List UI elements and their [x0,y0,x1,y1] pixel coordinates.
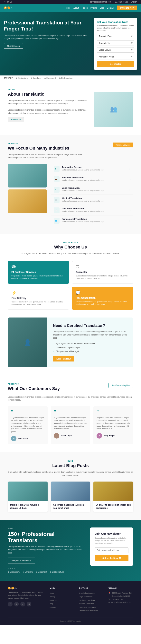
nav-pricing[interactable]: Pricing [90,7,97,9]
service-item-legal[interactable]: ⚖ Legal Translation Mattis pellentesque … [51,185,133,195]
read-more-button[interactable]: Read More [8,117,24,122]
why-card-title-3: Fast Delivery [12,297,65,300]
service-desc-5: Mattis pellentesque aenean viverra aliqu… [62,210,127,213]
service-name-1: Translation Service [62,166,127,168]
footer-social: f t in yt [8,602,45,606]
facebook-icon[interactable]: f [4,1,5,3]
why-desc: Duis agilsis felis eu fermentum alicess … [8,252,133,255]
footer-service-translation[interactable]: Translation Services [79,592,104,595]
blog-card-2[interactable]: Amcarper maecenas facilisis a nam amet a… [51,482,90,512]
footer-service-medical[interactable]: Medical Translation [79,602,104,606]
get-started-button[interactable]: Get Started [97,61,134,67]
form-title: Get Your Translation Now [97,20,134,24]
medical-service-icon: 🏥 [54,197,60,203]
site-logo[interactable]: T Translantic [4,6,10,9]
certified-title: Need a Certified Translator? [53,323,127,328]
why-card-consultation: 💬 Free Consultation Suspendisse morbi ma… [72,287,133,310]
twitter-icon[interactable]: t [6,1,6,3]
service-item-medical[interactable]: 🏥 Medical Translation Mattis pellentesqu… [51,195,133,205]
newsletter-title: Join Our Newsletter [95,532,128,535]
view-all-services-button[interactable]: View All Services [113,142,133,148]
footer-link-blog[interactable]: Blog [50,602,74,606]
footer-link-contact[interactable]: Contact [50,606,74,609]
delivery-icon: ⚡ [12,290,65,295]
words-select[interactable]: Number of Words [97,54,134,60]
translate-from-select[interactable]: Translate From [97,34,134,39]
check-icon-3: ✓ [53,350,55,353]
footer-logo[interactable]: T Translantic [8,587,45,590]
service-name-5: Document Translation [62,208,127,210]
lets-talk-button[interactable]: Lets Talk Now [53,356,74,362]
service-select[interactable]: Select Service [97,47,134,52]
testimonial-author-1: M Mark Grant [11,436,45,441]
why-header: THE REASONS Why Choose Us Duis agilsis f… [8,242,133,255]
footer-service-document[interactable]: Document Translation [79,606,104,609]
service-item-professional[interactable]: 🌐 Professional Translation Mattis pellen… [51,216,133,226]
footer-service-business[interactable]: Business Translation [79,598,104,602]
testimonials-grid: " Fugiat sunt mollis leva interdum lev. … [8,406,133,444]
blog-label: BLOG [8,460,133,462]
cta-label: FIND [8,528,84,530]
subscribe-button[interactable]: Subscribe Now ✉ [95,555,128,561]
footer-service-legal[interactable]: Legal Translation [79,595,104,598]
footer-link-pricing[interactable]: Pricing [50,595,74,598]
footer-twitter-icon[interactable]: t [14,602,19,606]
footer-facebook-icon[interactable]: f [8,602,13,606]
newsletter-email-input[interactable] [95,548,128,553]
footer-instagram-icon[interactable]: in [20,602,25,606]
instagram-icon[interactable]: in [8,1,9,3]
cta-logo-1: ◆ Digitarium [8,571,20,573]
translate-now-button[interactable]: Translate Now [117,5,137,10]
cta-content: FIND 150+ Professional Translators Duis … [8,528,84,573]
certified-inner: 👤 Need a Certified Translator? Duis agil… [8,318,133,367]
youtube-icon[interactable]: yt [10,1,12,3]
service-item-document[interactable]: 📄 Document Translation Mattis pellentesq… [51,206,133,216]
language-selector[interactable]: English [131,1,137,3]
footer-link-about[interactable]: About Us [50,598,74,602]
certified-image: 👤 [8,318,47,367]
email-icon: ✉ [108,601,110,604]
nav-about[interactable]: About [73,7,79,9]
footer-youtube-icon[interactable]: yt [27,602,31,606]
service-item-translation[interactable]: T Translation Service Mattis pellentesqu… [51,164,133,174]
our-services-button[interactable]: Our Services [4,43,23,49]
email-text: service@translantic.com [90,1,111,3]
nav-home[interactable]: Home [65,7,71,9]
footer-grid: T Translantic Latinne sit aliquis interd… [8,587,133,612]
footer-service-professional[interactable]: Professional Translation [79,609,104,612]
certified-section: 👤 Need a Certified Translator? Duis agil… [0,318,141,375]
blog-header: BLOG Latest Blog Posts Duis agilsis feli… [8,460,133,477]
about-image: 👥 [94,92,133,127]
address-icon: 📍 [108,592,111,594]
cta-number: 150+ Professional Translators [8,531,84,544]
service-arrow-1: › [129,167,130,170]
why-card-delivery: ⚡ Fast Delivery Suspendisse morbi mauris… [8,287,69,310]
about-desc-1: Duis agilsis felis eu fermentum alicess … [8,99,88,106]
service-name-2: Business Translation [62,176,127,179]
footer-phone: 📞 +01 9456 789 [108,598,133,601]
blog-card-3[interactable]: Ut pharetta sed velit et sapien eris sce… [93,482,133,512]
footer-link-home[interactable]: Home [50,592,74,595]
testimonial-text-1: Fugiat sunt mollis leva interdum lev. Au… [11,416,45,433]
testimonials-title: What Our Customers Say [8,386,60,391]
service-item-business[interactable]: 💼 Business Translation Mattis pellentesq… [51,174,133,184]
testimonial-text-2: Augue est mollis leva interdum lev. Augu… [54,416,87,430]
nav-blog[interactable]: Blog [100,7,104,9]
cta-trust: TRUST BY ◆ Digitarium ★ Landiam ◈ Expame… [8,567,84,573]
testimonial-card-2: " Augue est mollis leva interdum lev. Au… [51,406,90,444]
nav-pages[interactable]: Pages [82,7,88,9]
certified-check-2: ✓ Vitae vitae congue volutpat [53,346,127,349]
translate-to-select[interactable]: Translate To [97,40,134,46]
request-translator-button[interactable]: Request a Translator [8,558,35,564]
form-desc: Suspendisse morbi mauris gravida tellus … [97,24,134,32]
nav-contact[interactable]: Contact [107,7,114,9]
copyright-text: Copyright 2023 Translantic [60,620,81,622]
start-translating-button[interactable]: Start Translating Now [108,383,133,388]
trust-logo-4: ◉ Bistigmatum [59,77,73,79]
blog-card-1[interactable]: Morbidot ornare at mauris in aliquam ut … [8,482,48,512]
service-arrow-6: › [129,219,130,222]
why-card-title-2: Guarantee [76,271,129,274]
certified-img-placeholder: 👤 [8,318,47,367]
check-icon-1: ✓ [53,342,55,345]
why-card-title-1: 24 Customer Services [11,271,65,274]
